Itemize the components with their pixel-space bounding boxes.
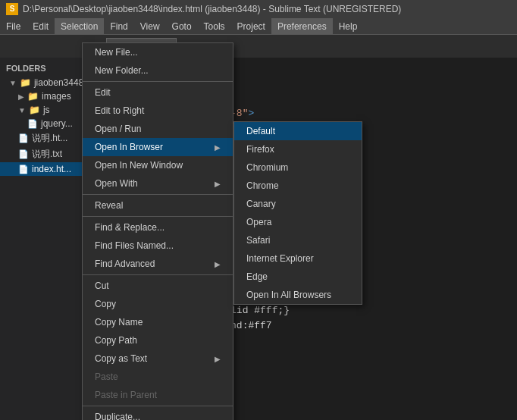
- ctx-new-folder[interactable]: New Folder...: [83, 61, 233, 80]
- submenu-arrow-icon: ▶: [215, 143, 221, 152]
- browser-all-item[interactable]: Open In All Browsers: [234, 286, 362, 304]
- ctx-copy-path[interactable]: Copy Path: [83, 331, 233, 349]
- context-menu: New File... New Folder... Edit Edit to R…: [82, 42, 233, 420]
- separator: [83, 81, 233, 82]
- ctx-open-with[interactable]: Open With ▶: [83, 174, 233, 193]
- ctx-cut[interactable]: Cut: [83, 277, 233, 295]
- ctx-paste: Paste: [83, 368, 233, 386]
- ctx-copy-name[interactable]: Copy Name: [83, 313, 233, 331]
- browser-canary-item[interactable]: Canary: [234, 195, 362, 213]
- browser-chrome-item[interactable]: Chrome: [234, 177, 362, 195]
- submenu-arrow-icon: ▶: [215, 180, 221, 188]
- ctx-copy-as-text[interactable]: Copy as Text ▶: [83, 349, 233, 368]
- browser-safari-item[interactable]: Safari: [234, 231, 362, 249]
- separator: [83, 406, 233, 406]
- browser-ie-item[interactable]: Internet Explorer: [234, 249, 362, 268]
- ctx-find-files[interactable]: Find Files Named...: [83, 237, 233, 255]
- ctx-open-in-browser[interactable]: Open In Browser ▶: [83, 138, 233, 156]
- browser-default-item[interactable]: Default: [234, 122, 362, 140]
- browser-firefox-item[interactable]: Firefox: [234, 140, 362, 158]
- ctx-reveal[interactable]: Reveal: [83, 196, 233, 215]
- ctx-open-run[interactable]: Open / Run: [83, 120, 233, 138]
- separator: [83, 194, 233, 195]
- submenu-arrow-icon: ▶: [215, 355, 221, 363]
- browser-chromium-item[interactable]: Chromium: [234, 158, 362, 177]
- separator: [83, 216, 233, 217]
- ctx-find-advanced[interactable]: Find Advanced ▶: [83, 255, 233, 273]
- submenu-arrow-icon: ▶: [215, 260, 221, 268]
- ctx-copy[interactable]: Copy: [83, 295, 233, 313]
- browser-edge-item[interactable]: Edge: [234, 268, 362, 286]
- ctx-paste-parent: Paste in Parent: [83, 386, 233, 404]
- browser-submenu: Default Firefox Chromium Chrome Canary O…: [233, 121, 362, 305]
- ctx-duplicate[interactable]: Duplicate...: [83, 408, 233, 420]
- ctx-edit-to-right[interactable]: Edit to Right: [83, 102, 233, 120]
- ctx-find-replace[interactable]: Find & Replace...: [83, 218, 233, 237]
- ctx-open-new-window[interactable]: Open In New Window: [83, 156, 233, 174]
- ctx-edit[interactable]: Edit: [83, 83, 233, 102]
- ctx-new-file[interactable]: New File...: [83, 43, 233, 61]
- separator: [83, 274, 233, 275]
- context-menu-overlay[interactable]: New File... New Folder... Edit Edit to R…: [0, 0, 517, 420]
- browser-opera-item[interactable]: Opera: [234, 213, 362, 231]
